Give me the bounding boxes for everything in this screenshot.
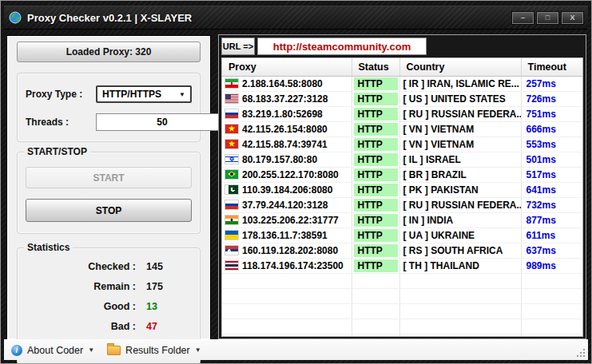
flag-vn-icon xyxy=(225,140,238,148)
info-icon: i xyxy=(11,345,22,356)
status-badge: HTTP xyxy=(354,199,398,212)
column-header-country[interactable]: Country xyxy=(399,58,521,76)
stat-row: Remain :175 xyxy=(26,281,192,292)
status-cell: HTTP xyxy=(352,243,399,258)
flag-ua-icon xyxy=(225,231,238,239)
url-input[interactable] xyxy=(257,38,427,55)
status-badge: HTTP xyxy=(354,77,398,90)
stat-row: Checked :145 xyxy=(26,261,192,272)
status-cell: HTTP xyxy=(352,121,399,136)
empty-row xyxy=(222,303,582,318)
proxy-type-label: Proxy Type : xyxy=(26,89,96,100)
column-header-proxy[interactable]: Proxy xyxy=(222,58,352,76)
table-row[interactable]: 83.219.1.80:52698HTTP[ RU ] RUSSIAN FEDE… xyxy=(222,106,582,121)
about-coder-menu[interactable]: i About Coder ▼ xyxy=(11,345,94,356)
table-row[interactable]: 103.225.206.22:31777HTTP[ IN ] INDIA877m… xyxy=(222,212,582,228)
sidebar: Loaded Proxy: 320 Proxy Type : HTTP/HTTP… xyxy=(7,36,210,339)
settings-groupbox: Proxy Type : HTTP/HTTPS ▼ Threads : ▲ ▼ xyxy=(17,73,201,142)
country-cell: [ VN ] VIETNAM xyxy=(399,121,521,136)
proxy-type-select[interactable]: HTTP/HTTPS ▼ xyxy=(96,85,192,103)
country-cell: [ IR ] IRAN, ISLAMIC RE... xyxy=(399,76,521,91)
proxy-address: 160.119.128.202:8080 xyxy=(242,245,338,256)
proxy-address: 110.39.184.206:8080 xyxy=(242,184,332,196)
flag-pk-icon xyxy=(225,185,238,194)
flag-th-icon xyxy=(225,261,238,270)
globe-icon xyxy=(9,11,22,24)
stat-row: Bad :47 xyxy=(26,321,192,332)
status-cell: HTTP xyxy=(352,258,399,273)
table-row[interactable]: 2.188.164.58:8080HTTP[ IR ] IRAN, ISLAMI… xyxy=(222,76,582,91)
minimize-button[interactable]: – xyxy=(512,12,534,24)
table-row[interactable]: 110.39.184.206:8080HTTP[ PK ] PAKISTAN64… xyxy=(222,182,582,197)
status-cell: HTTP xyxy=(352,91,399,106)
country-cell: [ TH ] THAILAND xyxy=(399,258,521,273)
table-row[interactable]: 37.79.244.120:3128HTTP[ RU ] RUSSIAN FED… xyxy=(222,197,582,212)
close-button[interactable]: X xyxy=(562,12,583,24)
statistics-group-label: Statistics xyxy=(24,242,73,253)
start-button[interactable]: START xyxy=(26,167,192,188)
table-row[interactable]: 42.115.88.74:39741HTTP[ VN ] VIETNAM553m… xyxy=(222,136,582,152)
proxy-cell: 2.188.164.58:8080 xyxy=(222,76,352,91)
empty-row xyxy=(222,334,582,337)
proxy-cell: 80.179.157.80:80 xyxy=(222,152,352,167)
start-stop-groupbox: START/STOP START STOP xyxy=(17,152,201,234)
table-row[interactable]: 200.255.122.170:8080HTTP[ BR ] BRAZIL517… xyxy=(222,167,582,182)
timeout-cell: 257ms xyxy=(521,76,582,91)
threads-input[interactable] xyxy=(97,114,228,130)
table-row[interactable]: 68.183.37.227:3128HTTP[ US ] UNITED STAT… xyxy=(222,91,582,106)
proxy-address: 118.174.196.174:23500 xyxy=(242,260,344,271)
proxy-address: 80.179.157.80:80 xyxy=(242,154,317,165)
empty-row xyxy=(222,318,582,334)
flag-vn-icon xyxy=(225,125,238,133)
timeout-cell: 611ms xyxy=(521,228,582,243)
table-row[interactable]: 42.115.26.154:8080HTTP[ VN ] VIETNAM666m… xyxy=(222,121,582,136)
country-cell: [ UA ] UKRAINE xyxy=(399,228,521,243)
url-bar: URL => xyxy=(221,38,583,55)
status-badge: HTTP xyxy=(354,229,398,242)
status-badge: HTTP xyxy=(354,123,398,136)
empty-row xyxy=(222,273,582,288)
stat-label: Remain : xyxy=(26,281,136,292)
column-header-status[interactable]: Status xyxy=(352,58,399,76)
table-row[interactable]: 80.179.157.80:80HTTP[ IL ] ISRAEL501ms xyxy=(222,152,582,167)
results-panel: URL => ProxyStatusCountryTimeout 2.188.1… xyxy=(218,34,586,339)
status-badge: HTTP xyxy=(354,138,398,151)
stop-button[interactable]: STOP xyxy=(26,199,192,222)
window-title: Proxy Checker v0.2.1 | X-SLAYER xyxy=(27,12,192,24)
maximize-button[interactable]: □ xyxy=(537,12,558,24)
resize-grip[interactable] xyxy=(576,348,585,357)
status-cell: HTTP xyxy=(352,182,399,197)
flag-rs-icon xyxy=(225,246,238,255)
timeout-cell: 637ms xyxy=(521,243,582,258)
status-badge: HTTP xyxy=(354,93,398,105)
loaded-proxy-button[interactable]: Loaded Proxy: 320 xyxy=(17,42,201,62)
country-cell: [ RU ] RUSSIAN FEDERA... xyxy=(399,106,521,121)
timeout-cell: 666ms xyxy=(521,121,582,136)
timeout-cell: 751ms xyxy=(521,106,582,121)
proxy-cell: 103.225.206.22:31777 xyxy=(222,212,352,228)
status-cell: HTTP xyxy=(352,167,399,182)
timeout-cell: 641ms xyxy=(521,182,582,197)
country-cell: [ VN ] VIETNAM xyxy=(399,136,521,152)
start-stop-group-label: START/STOP xyxy=(24,146,90,157)
status-badge: HTTP xyxy=(354,184,398,196)
proxy-cell: 110.39.184.206:8080 xyxy=(222,182,352,197)
flag-in-icon xyxy=(225,216,238,224)
table-row[interactable]: 160.119.128.202:8080HTTP[ RS ] SOUTH AFR… xyxy=(222,243,582,258)
column-header-timeout[interactable]: Timeout xyxy=(521,58,582,76)
country-cell: [ RU ] RUSSIAN FEDERA... xyxy=(399,197,521,212)
table-row[interactable]: 178.136.11.7:38591HTTP[ UA ] UKRAINE611m… xyxy=(222,228,582,243)
proxy-address: 68.183.37.227:3128 xyxy=(242,93,328,105)
status-cell: HTTP xyxy=(352,136,399,152)
stat-value: 145 xyxy=(146,261,163,272)
results-folder-menu[interactable]: Results Folder ▼ xyxy=(107,345,201,356)
proxy-cell: 37.79.244.120:3128 xyxy=(222,197,352,212)
proxy-cell: 118.174.196.174:23500 xyxy=(222,258,352,273)
table-row[interactable]: 118.174.196.174:23500HTTP[ TH ] THAILAND… xyxy=(222,258,582,273)
statusbar: i About Coder ▼ Results Folder ▼ xyxy=(4,339,588,360)
proxy-address: 42.115.26.154:8080 xyxy=(242,124,328,135)
proxy-address: 42.115.88.74:39741 xyxy=(242,139,328,150)
proxy-cell: 160.119.128.202:8080 xyxy=(222,243,352,258)
chevron-down-icon: ▼ xyxy=(195,346,201,354)
chevron-down-icon: ▼ xyxy=(88,346,94,354)
